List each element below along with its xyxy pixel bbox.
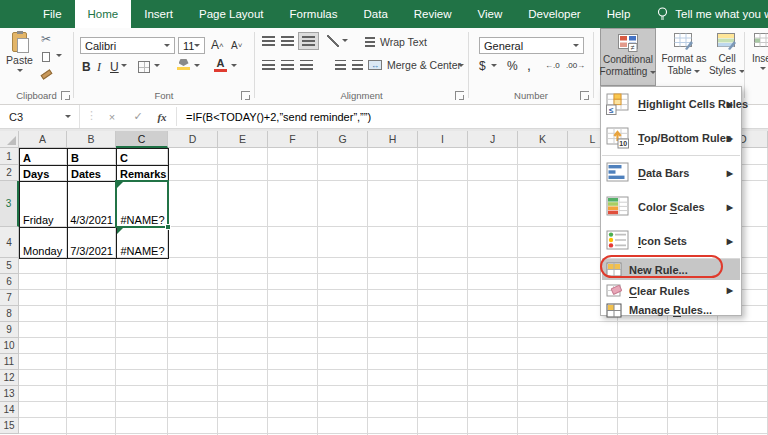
copy-button[interactable] <box>40 50 52 63</box>
row-header-6[interactable]: 6 <box>0 274 19 290</box>
tab-home[interactable]: Home <box>75 0 132 28</box>
cell-A3[interactable]: Friday <box>19 181 68 228</box>
menu-item-color-scales[interactable]: Color Scales▶ <box>602 190 740 224</box>
currency-dropdown[interactable] <box>491 64 497 67</box>
font-color-dropdown[interactable] <box>231 64 237 67</box>
grow-font-button[interactable]: A <box>211 38 224 52</box>
format-painter-button[interactable] <box>38 68 54 80</box>
insert-cells-button[interactable]: Insert <box>748 28 768 86</box>
percent-button[interactable]: % <box>507 59 518 73</box>
row-header-8[interactable]: 8 <box>0 306 19 322</box>
tell-me-box[interactable]: Tell me what you want to do <box>657 0 768 28</box>
cell-styles-button[interactable]: Cell Styles <box>712 28 742 86</box>
fill-color-dropdown[interactable] <box>194 64 200 67</box>
cell-B1[interactable]: B <box>67 148 117 166</box>
column-header-E[interactable]: E <box>218 131 268 148</box>
enter-button[interactable]: ✓ <box>126 105 150 128</box>
cell-B4[interactable]: 7/3/2021 <box>67 227 117 259</box>
row-header-11[interactable]: 11 <box>0 354 19 370</box>
bold-button[interactable]: B <box>82 60 91 74</box>
align-top-button[interactable] <box>262 36 275 46</box>
column-header-H[interactable]: H <box>368 131 418 148</box>
cell-B3[interactable]: 4/3/2021 <box>67 181 117 228</box>
menu-item-top-bottom-rules[interactable]: 10Top/Bottom Rules▶ <box>602 121 740 155</box>
cancel-button[interactable]: × <box>100 105 124 128</box>
row-header-1[interactable]: 1 <box>0 148 19 165</box>
dialog-launcher-icon[interactable] <box>61 91 70 100</box>
row-header-7[interactable]: 7 <box>0 290 19 306</box>
number-format-combo[interactable]: General <box>479 37 584 54</box>
column-header-A[interactable]: A <box>19 131 67 148</box>
borders-button[interactable] <box>138 61 150 73</box>
column-header-D[interactable]: D <box>168 131 218 148</box>
wrap-text-button[interactable]: Wrap Text <box>365 36 427 48</box>
align-left-button[interactable] <box>262 60 275 70</box>
menu-item-highlight-cells-rules[interactable]: ≤Highlight Cells Rules▶ <box>602 87 740 121</box>
underline-dropdown[interactable] <box>121 64 127 67</box>
increase-indent-button[interactable] <box>352 60 363 70</box>
column-header-K[interactable]: K <box>518 131 568 148</box>
cell-B2[interactable]: Dates <box>67 165 117 182</box>
tab-developer[interactable]: Developer <box>515 0 593 28</box>
italic-button[interactable]: I <box>97 60 101 75</box>
merge-center-dropdown[interactable] <box>458 64 464 67</box>
select-all-corner[interactable] <box>0 131 19 148</box>
cell-C4[interactable]: #NAME? <box>116 227 169 259</box>
orientation-button[interactable] <box>327 35 339 47</box>
row-header-13[interactable]: 13 <box>0 386 19 402</box>
tab-view[interactable]: View <box>465 0 516 28</box>
font-size-combo[interactable]: 11 <box>178 37 205 54</box>
currency-button[interactable]: $ <box>479 59 486 73</box>
row-header-2[interactable]: 2 <box>0 165 19 181</box>
borders-dropdown[interactable] <box>154 64 160 67</box>
column-header-I[interactable]: I <box>418 131 468 148</box>
shrink-font-button[interactable]: A <box>231 40 242 51</box>
tab-page-layout[interactable]: Page Layout <box>186 0 277 28</box>
underline-button[interactable]: U <box>110 60 119 74</box>
row-header-14[interactable]: 14 <box>0 402 19 418</box>
font-name-combo[interactable]: Calibri <box>80 37 175 54</box>
cut-button[interactable]: ✂ <box>38 32 54 46</box>
menu-item-icon-sets[interactable]: Icon Sets▶ <box>602 224 740 258</box>
format-as-table-button[interactable]: Format as Table <box>658 28 710 86</box>
tab-review[interactable]: Review <box>401 0 465 28</box>
conditional-formatting-button[interactable]: ≠ Conditional Formatting <box>600 28 656 86</box>
increase-decimal-button[interactable]: ←.0 <box>545 61 560 70</box>
menu-item-clear-rules[interactable]: Clear Rules▶ <box>602 280 740 301</box>
cell-A4[interactable]: Monday <box>19 227 68 259</box>
tab-help[interactable]: Help <box>594 0 644 28</box>
row-header-3[interactable]: 3 <box>0 181 19 227</box>
fill-handle[interactable] <box>165 224 171 230</box>
column-header-F[interactable]: F <box>268 131 318 148</box>
comma-style-button[interactable]: , <box>527 57 531 73</box>
cell-A1[interactable]: A <box>19 148 68 166</box>
row-header-5[interactable]: 5 <box>0 258 19 274</box>
name-box[interactable]: C3 <box>0 105 80 128</box>
decrease-decimal-button[interactable]: .00→ <box>566 61 585 70</box>
fill-color-button[interactable] <box>177 59 190 70</box>
tab-insert[interactable]: Insert <box>131 0 186 28</box>
row-header-15[interactable]: 15 <box>0 418 19 434</box>
menu-item-data-bars[interactable]: Data Bars▶ <box>602 156 740 190</box>
cell-C1[interactable]: C <box>116 148 169 166</box>
tab-data[interactable]: Data <box>351 0 401 28</box>
align-middle-button[interactable] <box>281 36 294 46</box>
dialog-launcher-icon[interactable] <box>455 91 464 100</box>
dialog-launcher-icon[interactable] <box>241 91 250 100</box>
insert-function-button[interactable]: fx <box>150 105 174 128</box>
row-header-9[interactable]: 9 <box>0 322 19 338</box>
orientation-dropdown[interactable] <box>342 39 348 42</box>
column-header-J[interactable]: J <box>468 131 518 148</box>
font-color-button[interactable]: A <box>214 58 227 72</box>
tab-formulas[interactable]: Formulas <box>277 0 351 28</box>
dialog-launcher-icon[interactable] <box>580 91 589 100</box>
column-header-B[interactable]: B <box>67 131 116 148</box>
merge-center-button[interactable]: ↔ Merge & Center <box>368 59 461 71</box>
paste-button[interactable]: Paste <box>3 32 36 86</box>
cell-A2[interactable]: Days <box>19 165 68 182</box>
copy-dropdown[interactable] <box>56 54 62 57</box>
column-header-G[interactable]: G <box>318 131 368 148</box>
menu-item-manage-rules[interactable]: Manage Rules... <box>602 301 740 319</box>
decrease-indent-button[interactable] <box>335 60 346 70</box>
formula-input[interactable]: =IF(B<TODAY()+2,”send reminder”,””) <box>186 105 371 128</box>
